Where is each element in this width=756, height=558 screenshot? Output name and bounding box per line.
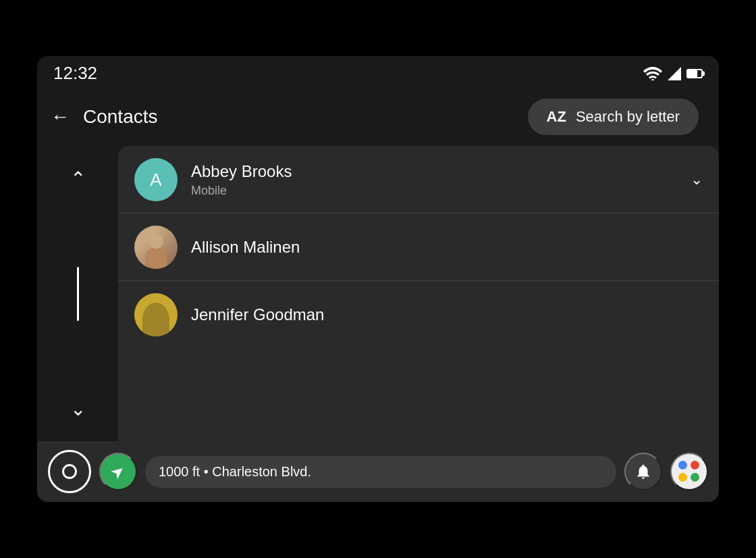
scroll-down-button[interactable]: ⌄: [59, 390, 97, 428]
status-time: 12:32: [53, 63, 97, 84]
contact-info: Allison Malinen: [191, 238, 703, 257]
back-nav[interactable]: ← Contacts: [51, 106, 158, 128]
chevron-down-icon: ⌄: [70, 398, 86, 420]
contacts-list: A Abbey Brooks Mobile ⌄ Allison Malinen: [118, 146, 719, 441]
contact-name: Allison Malinen: [191, 238, 703, 257]
avatar: [134, 293, 178, 336]
avatar: [134, 226, 178, 269]
svg-marker-1: [668, 67, 681, 80]
contact-info: Jennifer Goodman: [191, 305, 703, 324]
bottom-nav: ➤ 1000 ft • Charleston Blvd.: [37, 441, 719, 502]
status-icons: [643, 67, 703, 80]
page-title: Contacts: [83, 106, 158, 128]
search-by-letter-button[interactable]: AZ Search by letter: [528, 99, 699, 135]
top-bar: ← Contacts AZ Search by letter: [37, 88, 719, 146]
content-row: ⌃ ⌄ A Abbey Brooks Mobile ⌄: [37, 146, 719, 441]
google-dots-icon: [678, 461, 700, 482]
home-icon: [62, 464, 77, 479]
bell-icon: [634, 463, 652, 480]
home-button[interactable]: [48, 450, 91, 493]
navigation-button[interactable]: ➤: [99, 453, 137, 490]
notification-button[interactable]: [624, 453, 662, 490]
battery-icon: [686, 69, 703, 78]
scroll-indicator: [77, 267, 79, 321]
avatar: A: [134, 158, 178, 201]
contact-info: Abbey Brooks Mobile: [191, 162, 680, 198]
turn-icon: ➤: [107, 460, 129, 483]
navigation-info: 1000 ft • Charleston Blvd.: [145, 456, 616, 488]
az-icon: AZ: [547, 108, 566, 126]
chevron-up-icon: ⌃: [70, 168, 86, 190]
scroll-up-button[interactable]: ⌃: [59, 159, 97, 197]
sidebar: ⌃ ⌄: [37, 146, 118, 441]
contact-item[interactable]: Jennifer Goodman: [118, 281, 719, 345]
contact-item[interactable]: Allison Malinen: [118, 213, 719, 281]
signal-icon: [668, 67, 681, 80]
search-btn-label: Search by letter: [576, 108, 680, 126]
google-assistant-button[interactable]: [670, 453, 708, 490]
contact-type: Mobile: [191, 184, 680, 198]
contact-item[interactable]: A Abbey Brooks Mobile ⌄: [118, 146, 719, 213]
back-arrow-icon[interactable]: ←: [51, 106, 70, 128]
svg-point-0: [651, 79, 654, 80]
screen: 12:32 ← Contacts: [37, 56, 719, 502]
contact-name: Abbey Brooks: [191, 162, 680, 181]
contact-name: Jennifer Goodman: [191, 305, 703, 324]
status-bar: 12:32: [37, 56, 719, 88]
navigation-distance: 1000 ft • Charleston Blvd.: [159, 464, 311, 480]
wifi-icon: [643, 67, 662, 80]
expand-icon[interactable]: ⌄: [691, 171, 703, 188]
main-area: ← Contacts AZ Search by letter ⌃ ⌄: [37, 88, 719, 441]
